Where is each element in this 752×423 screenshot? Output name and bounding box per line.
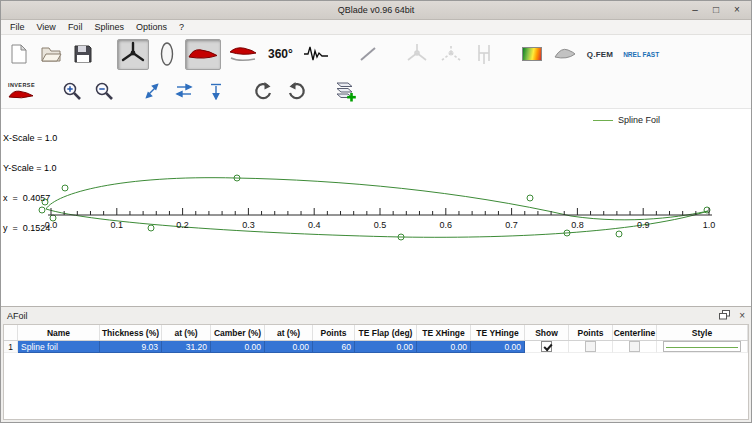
- inverse-design-icon: [8, 89, 34, 100]
- turbine-simulation-button[interactable]: [300, 39, 334, 70]
- control-point[interactable]: [616, 231, 622, 237]
- turbulent-windfield-button[interactable]: [518, 39, 546, 70]
- menubar: FileViewFoilSplinesOptions?: [1, 20, 751, 35]
- new-file-button[interactable]: [5, 39, 33, 70]
- direct-foil-design-icon: [188, 46, 218, 62]
- te-flap-deg-cell[interactable]: 0.00: [355, 341, 417, 353]
- menu-options[interactable]: Options: [130, 21, 173, 33]
- store-foil-button[interactable]: [330, 75, 360, 106]
- turbine-simulation-icon: [303, 44, 331, 64]
- dock-header[interactable]: AFoil ×: [1, 307, 751, 324]
- camber-cell[interactable]: 0.00: [211, 341, 265, 353]
- afoil-dock-panel: AFoil × NameThickness (%)at (%)Camber (%…: [1, 306, 751, 422]
- blade-structure-button[interactable]: [550, 39, 580, 70]
- polar-extrapolation-360-button[interactable]: 360°: [265, 39, 296, 70]
- foil-direct-analysis-button[interactable]: [225, 39, 261, 70]
- te-xhinge-cell[interactable]: 0.00: [417, 341, 471, 353]
- qfem-module-button[interactable]: Q.FEM: [584, 39, 616, 70]
- rotor-simulation-icon: [405, 42, 429, 66]
- design-canvas[interactable]: X-Scale = 1.0 Y-Scale = 1.0 x = 0.4057 y…: [1, 109, 751, 306]
- save-file-icon: [73, 44, 93, 64]
- col-header-te-xhinge[interactable]: TE XHinge: [417, 325, 471, 340]
- lifting-line-button[interactable]: [354, 39, 382, 70]
- control-point[interactable]: [527, 195, 533, 201]
- close-button[interactable]: ×: [732, 1, 742, 19]
- zoom-out-button[interactable]: [90, 75, 118, 106]
- thickness-cell[interactable]: 9.03: [100, 341, 162, 353]
- col-header-show[interactable]: Show: [525, 325, 569, 340]
- control-point[interactable]: [148, 225, 154, 231]
- rotate-left-button[interactable]: [250, 75, 278, 106]
- col-header-points[interactable]: Points: [569, 325, 613, 340]
- control-point[interactable]: [62, 185, 68, 191]
- open-file-button[interactable]: [37, 39, 65, 70]
- x-tick-label: 0.4: [308, 220, 321, 230]
- inverse-design-label: INVERSE: [8, 82, 35, 88]
- at-cell[interactable]: 31.20: [162, 341, 211, 353]
- centerline-checkbox[interactable]: [629, 341, 640, 352]
- foil-table-body: 1Spline foil9.0331.200.000.00600.000.000…: [4, 341, 748, 353]
- col-header-index[interactable]: [4, 325, 18, 340]
- x-tick-label: 0.1: [111, 220, 124, 230]
- vawt-simulation-button: [470, 39, 498, 70]
- rotate-right-button[interactable]: [282, 75, 310, 106]
- col-header-camber[interactable]: Camber (%): [211, 325, 265, 340]
- blade-structure-icon: [553, 45, 577, 63]
- x-tick-label: 0.5: [374, 220, 387, 230]
- foil-name-cell[interactable]: Spline foil: [18, 341, 100, 353]
- control-point[interactable]: [39, 207, 45, 213]
- fast-module-button[interactable]: NREL FAST: [620, 39, 662, 70]
- minimize-button[interactable]: –: [690, 1, 700, 19]
- col-header-te-flap-deg[interactable]: TE Flap (deg): [355, 325, 417, 340]
- reset-x-scale-button[interactable]: [170, 75, 198, 106]
- x-tick-label: 0.0: [45, 220, 58, 230]
- vawt-blade-design-button[interactable]: [153, 39, 181, 70]
- col-header-name[interactable]: Name: [18, 325, 100, 340]
- dock-float-button[interactable]: [719, 310, 730, 322]
- col-header-thickness[interactable]: Thickness (%): [100, 325, 162, 340]
- show-cell: [525, 341, 569, 353]
- foil-direct-analysis-icon: [228, 45, 258, 63]
- dock-title: AFoil: [7, 311, 719, 321]
- inverse-design-button[interactable]: INVERSE: [5, 75, 38, 106]
- spline-control-points[interactable]: [39, 175, 710, 240]
- menu-help[interactable]: ?: [173, 21, 190, 33]
- qfem-module-label: Q.FEM: [587, 50, 613, 59]
- reset-scales-button[interactable]: [138, 75, 166, 106]
- points-checkbox[interactable]: [585, 341, 596, 352]
- col-header-points[interactable]: Points: [313, 325, 355, 340]
- hawt-blade-design-button[interactable]: [117, 39, 149, 70]
- menu-file[interactable]: File: [4, 21, 31, 33]
- zoom-in-icon: [61, 80, 83, 102]
- reset-y-scale-button[interactable]: [202, 75, 230, 106]
- menu-view[interactable]: View: [31, 21, 62, 33]
- reset-x-scale-icon: [174, 82, 194, 100]
- col-header-style[interactable]: Style: [657, 325, 748, 340]
- x-tick-label: 0.8: [571, 220, 584, 230]
- col-header-te-yhinge[interactable]: TE YHinge: [471, 325, 525, 340]
- at-cell[interactable]: 0.00: [265, 341, 313, 353]
- foil-table-header: NameThickness (%)at (%)Camber (%)at (%)P…: [4, 325, 748, 341]
- col-header-at[interactable]: at (%): [265, 325, 313, 340]
- menu-foil[interactable]: Foil: [62, 21, 89, 33]
- te-yhinge-cell[interactable]: 0.00: [471, 341, 525, 353]
- save-file-button[interactable]: [69, 39, 97, 70]
- foil-plot[interactable]: 0.00.10.20.30.40.50.60.70.80.91.0: [1, 109, 751, 306]
- titlebar[interactable]: QBlade v0.96 64bit – □ ×: [1, 1, 751, 20]
- foil-style-preview[interactable]: [663, 341, 740, 352]
- menu-splines[interactable]: Splines: [88, 21, 130, 33]
- foil-table-row[interactable]: 1Spline foil9.0331.200.000.00600.000.000…: [4, 341, 748, 353]
- points-cell[interactable]: 60: [313, 341, 355, 353]
- polar-extrapolation-360-label: 360°: [268, 47, 293, 61]
- main-toolbar: 360°Q.FEMNREL FAST: [1, 35, 751, 73]
- reset-scales-icon: [142, 82, 162, 100]
- maximize-button[interactable]: □: [711, 1, 721, 19]
- control-point[interactable]: [42, 199, 48, 205]
- view-toolbar: INVERSE: [1, 73, 751, 109]
- direct-foil-design-button[interactable]: [185, 39, 221, 70]
- col-header-centerline[interactable]: Centerline: [613, 325, 657, 340]
- col-header-at[interactable]: at (%): [162, 325, 211, 340]
- zoom-in-button[interactable]: [58, 75, 86, 106]
- show-checkbox[interactable]: [541, 341, 552, 352]
- dock-close-button[interactable]: ×: [739, 310, 745, 321]
